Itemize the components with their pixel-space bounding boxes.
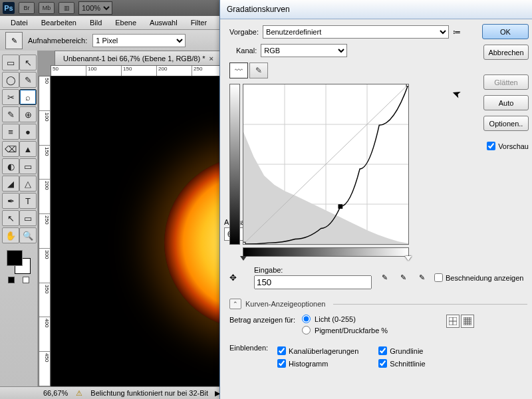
tool-marquee[interactable]: ↖ [19,55,37,70]
ruler-tick: 250 [39,214,50,249]
tool-heal[interactable]: ✎ [2,106,19,122]
preset-menu-icon[interactable]: ≔ [453,27,461,37]
ruler-vertical: 50100150200250300350400450 [39,76,51,387]
tool-wand[interactable]: ✎ [19,72,37,88]
svg-rect-9 [338,205,342,209]
curve-graph[interactable] [243,84,409,245]
minibridge-icon[interactable]: Mb [39,2,55,14]
ruler-tick: 100 [39,111,50,146]
black-point-slider[interactable] [240,256,247,261]
document-tab-title: Unbenannt-1 bei 66,7% (Ebene 1, RGB/8) * [63,55,205,63]
tool-3d[interactable]: ↖ [2,210,19,226]
document-tab[interactable]: Unbenannt-1 bei 66,7% (Ebene 1, RGB/8) *… [55,51,222,66]
app-logo: Ps [3,2,15,14]
ruler-tick: 150 [39,146,50,180]
tool-eyedropper[interactable]: ⌕ [19,89,37,105]
show-label: Einblenden: [229,344,268,368]
svg-rect-10 [406,84,408,86]
histogram-label: Histogramm [289,360,328,368]
ruler-tick: 300 [39,249,50,283]
input-gradient[interactable] [243,247,409,257]
screen-mode-icon[interactable]: ▥ [59,2,74,14]
white-point-slider[interactable] [405,256,412,261]
sample-size-select[interactable]: 1 Pixel [92,34,186,47]
display-options-label: Kurven-Anzeigeoptionen [245,300,325,308]
target-adjust-icon[interactable]: ✥ [229,273,237,283]
tool-gradient[interactable]: ▲ [19,141,37,157]
menu-ebene[interactable]: Ebene [110,17,142,28]
input-field[interactable] [254,275,372,289]
ruler-tick: 50 [51,66,86,76]
tool-blur[interactable]: ◐ [2,158,19,174]
black-eyedropper-icon[interactable]: ✎ [378,272,390,284]
preset-select[interactable]: Benutzerdefiniert [263,25,449,39]
intersect-label: Schnittlinie [390,360,425,368]
channel-select[interactable]: RGB [261,44,347,57]
grid-simple-icon[interactable] [446,315,460,328]
menu-filter[interactable]: Filter [186,17,212,28]
intersect-checkbox[interactable] [378,359,387,368]
tool-shape[interactable]: T [19,193,37,209]
gray-eyedropper-icon[interactable]: ✎ [397,272,409,284]
tool-eraser[interactable]: ⌫ [2,141,19,157]
tool-move[interactable]: ▭ [2,55,19,70]
tool-hand[interactable]: ▭ [19,210,37,226]
tool-stamp[interactable]: ≡ [2,124,19,140]
histogram-checkbox[interactable] [277,359,286,368]
default-colors-icon[interactable] [23,277,29,283]
ruler-tick: 150 [122,66,157,76]
white-eyedropper-icon[interactable]: ✎ [416,272,428,284]
curve-draw-tool[interactable]: ✎ [249,63,268,78]
clipping-checkbox[interactable] [434,273,443,282]
ruler-tick: 450 [39,352,50,386]
tools-panel: ▭ ↖ ◯ ✎ ✂ ⌕ ✎ ⊕ ≡ ● ⌫ ▲ ◐ ▭ ◢ △ ✒ T ↖ ▭ … [0,51,38,387]
overlay-checkbox[interactable] [277,346,286,355]
tool-crop[interactable]: ✂ [2,89,19,105]
tool-brush[interactable]: ⊕ [19,106,37,122]
swap-colors-icon[interactable] [8,277,15,283]
ruler-tick: 400 [39,317,50,352]
menu-bearbeiten[interactable]: Bearbeiten [36,17,82,28]
baseline-label: Grundlinie [390,347,423,355]
baseline-checkbox[interactable] [378,346,387,355]
status-zoom[interactable]: 66,67% [43,389,68,397]
quickmask-toggles [8,277,29,283]
amount-label: Betrag anzeigen für: [229,316,295,324]
grid-detailed-icon[interactable] [461,315,474,328]
tool-history-brush[interactable]: ● [19,124,37,140]
tool-lasso[interactable]: ◯ [2,72,19,88]
tool-zoom[interactable]: 🔍 [19,227,37,243]
light-radio-label: Licht (0-255) [315,315,356,323]
tool-preset-icon[interactable]: ✎ [5,32,23,49]
foreground-color-swatch[interactable] [7,250,23,266]
close-icon[interactable]: × [209,55,213,63]
tool-pen[interactable]: ◢ [2,176,19,192]
ruler-tick: 200 [157,66,192,76]
tool-path-select[interactable]: ✒ [2,193,19,209]
menu-auswahl[interactable]: Auswahl [144,17,183,28]
dialog-title: Gradationskurven [220,0,532,19]
pigment-radio[interactable] [302,326,311,334]
overlay-label: Kanalüberlagerungen [289,347,358,355]
display-options-expander[interactable]: ⌃ Kurven-Anzeigeoptionen [229,299,527,309]
curve-point-tool[interactable]: 〰 [229,63,248,78]
titlebar-zoom-select[interactable]: 100% [78,1,112,15]
light-radio[interactable] [302,315,311,323]
ruler-tick: 200 [39,180,50,214]
tool-rotate[interactable]: ✋ [2,227,19,243]
output-gradient [229,84,240,245]
menu-datei[interactable]: Datei [5,17,33,28]
status-message: Belichtung funktioniert nur bei 32-Bit [90,389,208,397]
tool-type[interactable]: △ [19,176,37,192]
chevron-up-icon: ⌃ [229,299,241,309]
color-wells[interactable] [7,250,31,274]
tool-dodge[interactable]: ▭ [19,158,37,174]
dialog-body: Vorgabe: Benutzerdefiniert ≔ Kanal: RGB … [220,19,532,399]
bridge-icon[interactable]: Br [19,2,35,14]
svg-rect-8 [243,242,245,244]
sample-size-label: Aufnahmebereich: [28,37,87,45]
channel-label: Kanal: [236,47,257,55]
pigment-radio-label: Pigment/Druckfarbe % [315,327,388,334]
menu-bild[interactable]: Bild [84,17,107,28]
ruler-tick: 50 [39,76,50,111]
